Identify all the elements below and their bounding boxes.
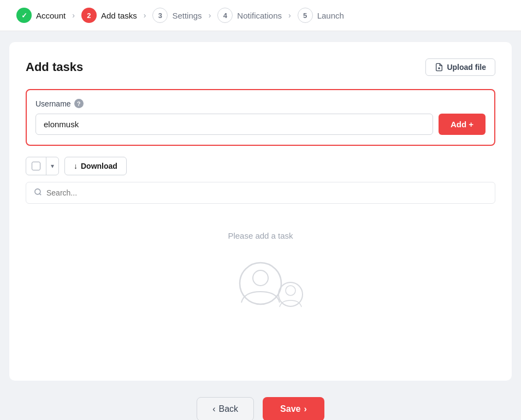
help-icon[interactable]: ? [74,99,84,108]
search-row [26,182,495,204]
step-circle-account: ✓ [16,8,32,23]
username-section: Username ? Add + [26,89,495,146]
chevron-icon-2: › [144,11,146,20]
chevron-icon-1: › [72,11,75,20]
save-label: Save [280,404,300,414]
step-number-5: 5 [303,11,307,20]
search-box [26,182,495,204]
download-label: Download [81,162,117,170]
step-circle-add-tasks: 2 [81,8,97,23]
step-number-4: 4 [223,11,227,20]
back-label: Back [219,404,239,414]
step-settings[interactable]: 3 Settings [152,8,202,23]
search-icon [34,188,42,198]
username-input-row: Add + [35,114,486,135]
empty-state-message: Please add a task [228,231,293,240]
username-input[interactable] [35,114,433,135]
step-add-tasks[interactable]: 2 Add tasks [81,8,137,23]
upload-file-button[interactable]: Upload file [425,58,495,76]
select-all-checkbox[interactable] [32,162,40,170]
svg-line-3 [39,193,41,195]
main-card: Add tasks Upload file Username ? Add + [9,42,512,381]
step-label-settings: Settings [172,11,202,20]
step-number-3: 3 [158,11,162,20]
chevron-icon-4: › [288,11,291,20]
download-button[interactable]: ↓ Download [64,157,127,175]
dropdown-arrow-icon[interactable]: ▾ [46,158,58,174]
step-notifications[interactable]: 4 Notifications [217,8,282,23]
empty-illustration [211,253,310,319]
step-launch[interactable]: 5 Launch [298,8,344,23]
step-account[interactable]: ✓ Account [16,8,66,23]
checkmark-icon: ✓ [21,11,27,20]
svg-point-5 [253,270,268,286]
forward-chevron-icon: › [304,404,306,414]
step-number-2: 2 [87,11,91,20]
step-label-launch: Launch [317,11,344,20]
svg-point-7 [286,286,295,295]
save-button[interactable]: Save › [263,397,324,420]
username-label: Username [35,99,71,108]
search-input[interactable] [46,188,487,197]
step-circle-launch: 5 [298,8,313,23]
step-label-account: Account [36,11,66,20]
back-chevron-icon: ‹ [212,404,215,414]
checkbox-area[interactable] [26,157,46,175]
card-header: Add tasks Upload file [26,58,495,76]
username-label-row: Username ? [35,99,486,108]
bottom-actions: ‹ Back Save › [197,397,324,420]
upload-file-label: Upload file [447,63,486,72]
step-label-add-tasks: Add tasks [101,11,137,20]
stepper: ✓ Account › 2 Add tasks › 3 Settings › 4… [0,0,521,31]
toolbar-row: ▾ ↓ Download [26,157,495,175]
empty-state: Please add a task [26,220,495,319]
back-button[interactable]: ‹ Back [197,397,254,420]
step-circle-notifications: 4 [217,8,233,23]
page-title: Add tasks [26,60,83,74]
step-circle-settings: 3 [152,8,168,23]
chevron-icon-3: › [209,11,211,20]
upload-icon [435,63,443,72]
download-arrow-icon: ↓ [74,162,78,170]
add-button[interactable]: Add + [439,114,486,135]
checkbox-dropdown[interactable]: ▾ [26,157,59,175]
svg-point-2 [35,189,40,194]
step-label-notifications: Notifications [237,11,282,20]
svg-point-4 [240,263,281,304]
